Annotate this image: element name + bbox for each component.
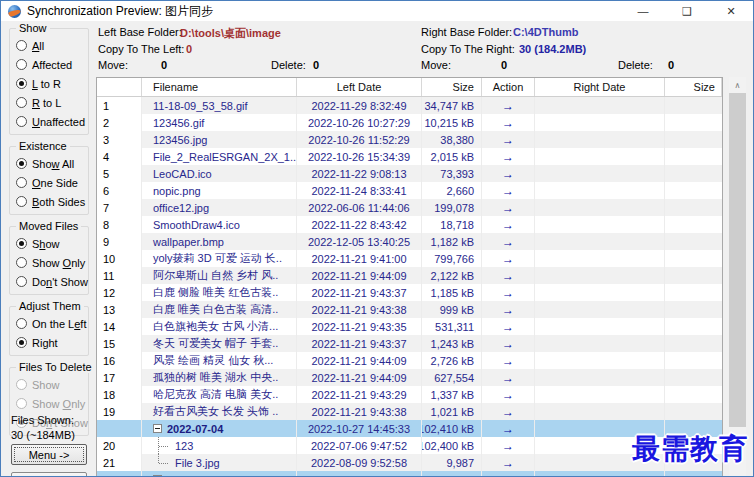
table-row[interactable]: 10yoly菝莉 3D 可爱 运动 长..2022-11-21 9:41:007…	[97, 250, 722, 267]
cell-row-number: 16	[97, 352, 142, 369]
radio-option-show[interactable]: Show	[16, 234, 86, 253]
cell-size-right	[665, 301, 722, 318]
cell-filename: LeoCAD.ico	[142, 165, 297, 182]
files-shown: Files Shown: 30 (~184MB)	[11, 413, 75, 443]
cell-filename: 白鹿 唯美 白色古装 高清..	[142, 301, 297, 318]
cell-size-left: 18,718	[422, 216, 482, 233]
scroll-up-arrow-icon[interactable]: ∧	[729, 77, 746, 93]
left-delete-label: Delete:	[271, 59, 306, 71]
right-move-value: 0	[501, 59, 507, 71]
left-move-value: 0	[161, 59, 167, 71]
cell-size-left: 84,587 kB	[422, 471, 482, 477]
cell-filename: wallpaper.bmp	[142, 233, 297, 250]
cell-size-left: 1,337 kB	[422, 386, 482, 403]
table-row[interactable]: 13白鹿 唯美 白色古装 高清..2022-11-21 9:43:38999 k…	[97, 301, 722, 318]
table-row[interactable]: 11阿尔卑斯山 自然 乡村 风..2022-11-21 9:44:092,122…	[97, 267, 722, 284]
table-row[interactable]: 6nopic.png2022-11-24 8:33:412,660→	[97, 182, 722, 199]
table-row[interactable]: 14白色旗袍美女 古风 小清...2022-11-21 9:43:35531,3…	[97, 318, 722, 335]
cell-size-right	[665, 114, 722, 131]
radio-option-show[interactable]: Show	[16, 375, 86, 394]
partial-bottom-button[interactable]	[11, 472, 87, 477]
scrollbar-thumb[interactable]	[729, 93, 746, 427]
copy-right-arrow-icon: →	[482, 216, 535, 233]
minimize-button[interactable]: —	[621, 1, 665, 21]
header-right-date[interactable]: Right Date	[535, 78, 665, 96]
cell-row-number: 21	[97, 454, 142, 471]
table-row-folder[interactable]: 2022-11-252022-11-25 11:42:5784,587 kB→	[97, 471, 722, 477]
radio-option-l-to-r[interactable]: L to R	[16, 74, 86, 93]
table-row[interactable]: 19好看古风美女 长发 头饰 ..2022-11-21 9:43:381,021…	[97, 403, 722, 420]
right-move-label: Move:	[421, 59, 451, 71]
cell-right-date	[535, 403, 665, 420]
collapse-toggle-icon[interactable]	[153, 424, 162, 433]
sidebar-group-adjust-them: Adjust ThemOn the LeftRight	[9, 306, 89, 356]
cell-right-date	[535, 471, 665, 477]
table-row[interactable]: 111-18-09_53_58.gif2022-11-29 8:32:4934,…	[97, 97, 722, 114]
radio-label: Show	[32, 379, 60, 391]
tree-connector-icon	[158, 437, 172, 454]
table-row[interactable]: 3123456.jpg2022-10-26 11:52:2938,380→	[97, 131, 722, 148]
header-left-date[interactable]: Left Date	[297, 78, 422, 96]
cell-filename: office12.jpg	[142, 199, 297, 216]
cell-filename: 11-18-09_53_58.gif	[142, 97, 297, 114]
header-size-left[interactable]: Size	[422, 78, 482, 96]
cell-filename: 哈尼克孜 高清 电脑 美女..	[142, 386, 297, 403]
cell-right-date	[535, 114, 665, 131]
cell-left-date: 2022-10-26 15:34:39	[297, 148, 422, 165]
radio-option-r-to-l[interactable]: R to L	[16, 93, 86, 112]
cell-left-date: 2022-11-21 9:43:38	[297, 301, 422, 318]
close-button[interactable]: ✕	[709, 1, 753, 21]
radio-option-affected[interactable]: Affected	[16, 55, 86, 74]
copy-right-arrow-icon: →	[482, 420, 535, 437]
table-row[interactable]: 4File_2_RealESRGAN_2X_1...2022-10-26 15:…	[97, 148, 722, 165]
cell-row-number	[97, 471, 142, 477]
cell-size-right	[665, 182, 722, 199]
table-row[interactable]: 9wallpaper.bmp2022-12-05 13:40:251,182 k…	[97, 233, 722, 250]
cell-row-number: 19	[97, 403, 142, 420]
copy-to-left-value: 0	[186, 43, 192, 55]
radio-label: Don't Show	[32, 276, 88, 288]
radio-icon	[16, 177, 27, 188]
cell-left-date: 2022-11-21 9:44:09	[297, 369, 422, 386]
vertical-scrollbar[interactable]: ∧	[729, 77, 746, 477]
radio-option-all[interactable]: All	[16, 36, 86, 55]
radio-label: R to L	[32, 97, 61, 109]
radio-option-both-sides[interactable]: Both Sides	[16, 192, 86, 211]
maximize-button[interactable]: ❑	[665, 1, 709, 21]
menu-button[interactable]: Menu ->	[11, 444, 87, 465]
cell-right-date	[535, 386, 665, 403]
copy-right-arrow-icon: →	[482, 335, 535, 352]
radio-option-show-only[interactable]: Show Only	[16, 394, 86, 413]
cell-filename: 阿尔卑斯山 自然 乡村 风..	[142, 267, 297, 284]
table-row[interactable]: 7office12.jpg2022-06-06 11:44:06199,078→	[97, 199, 722, 216]
radio-option-right[interactable]: Right	[16, 333, 86, 352]
table-row[interactable]: 201232022-07-06 9:47:52102,400 kB→	[97, 437, 722, 454]
left-base-folder-value: D:\tools\桌面\image	[180, 26, 281, 41]
table-row[interactable]: 8SmoothDraw4.ico2022-11-22 8:43:4218,718…	[97, 216, 722, 233]
table-row[interactable]: 15冬天 可爱美女 帽子 手套..2022-11-21 9:43:371,243…	[97, 335, 722, 352]
radio-option-show-only[interactable]: Show Only	[16, 253, 86, 272]
radio-option-one-side[interactable]: One Side	[16, 173, 86, 192]
table-row[interactable]: 17孤独的树 唯美 湖水 中央..2022-11-21 9:44:09627,5…	[97, 369, 722, 386]
header-size-right[interactable]: Size	[665, 78, 722, 96]
radio-option-don-t-show[interactable]: Don't Show	[16, 272, 86, 291]
cell-right-date	[535, 284, 665, 301]
left-base-folder-label: Left Base Folder:	[98, 26, 182, 38]
radio-option-on-the-left[interactable]: On the Left	[16, 314, 86, 333]
table-row[interactable]: 18哈尼克孜 高清 电脑 美女..2022-11-21 9:43:291,337…	[97, 386, 722, 403]
header-filename[interactable]: Filename	[142, 78, 297, 96]
radio-option-show-all[interactable]: Show All	[16, 154, 86, 173]
cell-filename: 2022-07-04	[142, 420, 297, 437]
table-row[interactable]: 21File 3.jpg2022-08-09 9:52:589,987→	[97, 454, 722, 471]
table-row[interactable]: 2123456.gif2022-10-26 10:27:2910,215 kB→	[97, 114, 722, 131]
cell-size-left: 102,400 kB	[422, 437, 482, 454]
table-row[interactable]: 5LeoCAD.ico2022-11-22 9:08:1373,393→	[97, 165, 722, 182]
table-row-folder[interactable]: 2022-07-042022-10-27 14:45:33102,410 kB→	[97, 420, 722, 437]
radio-option-unaffected[interactable]: Unaffected	[16, 112, 86, 131]
cell-left-date: 2022-11-21 9:41:00	[297, 250, 422, 267]
header-action[interactable]: Action	[482, 78, 535, 96]
cell-left-date: 2022-11-24 8:33:41	[297, 182, 422, 199]
table-row[interactable]: 12白鹿 侧脸 唯美 红色古装..2022-11-21 9:43:371,185…	[97, 284, 722, 301]
radio-icon	[16, 257, 27, 268]
table-row[interactable]: 16风景 绘画 精灵 仙女 秋...2022-11-21 9:44:092,72…	[97, 352, 722, 369]
